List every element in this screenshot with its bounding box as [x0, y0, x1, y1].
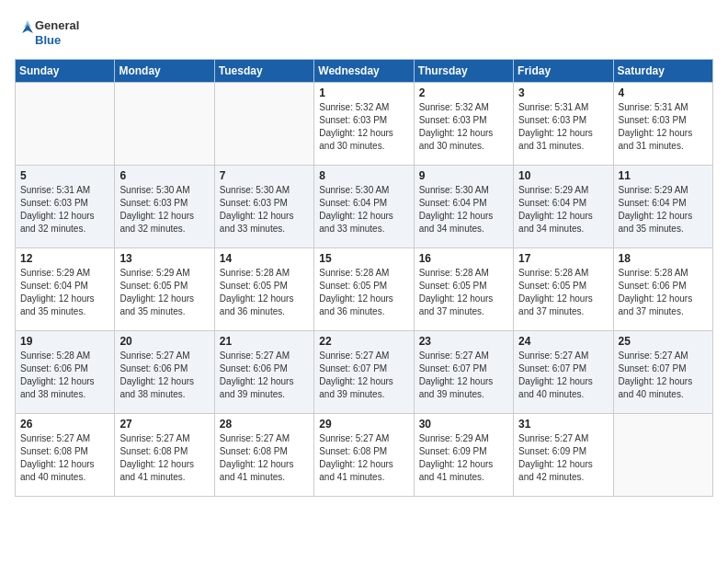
- calendar-cell: 5Sunrise: 5:31 AMSunset: 6:03 PMDaylight…: [16, 166, 115, 248]
- day-info: Sunrise: 5:27 AMSunset: 6:07 PMDaylight:…: [518, 350, 608, 401]
- day-number: 7: [220, 169, 309, 182]
- logo: General Blue: [15, 15, 97, 52]
- calendar-cell: 25Sunrise: 5:27 AMSunset: 6:07 PMDayligh…: [613, 331, 712, 414]
- day-info: Sunrise: 5:32 AMSunset: 6:03 PMDaylight:…: [419, 101, 508, 153]
- header-area: General Blue: [15, 15, 713, 52]
- calendar-cell: 19Sunrise: 5:28 AMSunset: 6:06 PMDayligh…: [16, 331, 115, 414]
- day-info: Sunrise: 5:30 AMSunset: 6:03 PMDaylight:…: [119, 184, 209, 236]
- calendar-week-3: 12Sunrise: 5:29 AMSunset: 6:04 PMDayligh…: [16, 248, 713, 331]
- calendar-cell: 9Sunrise: 5:30 AMSunset: 6:04 PMDaylight…: [414, 166, 513, 248]
- day-number: 1: [319, 86, 408, 99]
- day-number: 6: [119, 169, 209, 182]
- calendar-cell: [16, 83, 115, 166]
- calendar-cell: 27Sunrise: 5:27 AMSunset: 6:08 PMDayligh…: [115, 414, 214, 497]
- calendar-cell: 10Sunrise: 5:29 AMSunset: 6:04 PMDayligh…: [514, 166, 613, 248]
- day-info: Sunrise: 5:30 AMSunset: 6:04 PMDaylight:…: [319, 184, 408, 236]
- calendar-cell: 31Sunrise: 5:27 AMSunset: 6:09 PMDayligh…: [514, 414, 613, 497]
- calendar-table: SundayMondayTuesdayWednesdayThursdayFrid…: [15, 59, 713, 497]
- calendar-cell: [613, 414, 712, 497]
- calendar-week-2: 5Sunrise: 5:31 AMSunset: 6:03 PMDaylight…: [16, 166, 713, 248]
- day-info: Sunrise: 5:31 AMSunset: 6:03 PMDaylight:…: [619, 101, 708, 153]
- calendar-cell: 12Sunrise: 5:29 AMSunset: 6:04 PMDayligh…: [16, 248, 115, 331]
- calendar-cell: 14Sunrise: 5:28 AMSunset: 6:05 PMDayligh…: [214, 248, 313, 331]
- calendar-body: 1Sunrise: 5:32 AMSunset: 6:03 PMDaylight…: [16, 83, 713, 497]
- day-number: 23: [419, 335, 508, 348]
- day-number: 29: [319, 418, 408, 431]
- day-number: 4: [619, 86, 708, 99]
- day-number: 27: [119, 418, 209, 431]
- day-info: Sunrise: 5:27 AMSunset: 6:06 PMDaylight:…: [220, 350, 309, 401]
- day-info: Sunrise: 5:27 AMSunset: 6:07 PMDaylight:…: [619, 350, 708, 401]
- day-number: 30: [419, 418, 508, 431]
- day-number: 3: [518, 86, 608, 99]
- calendar-cell: 23Sunrise: 5:27 AMSunset: 6:07 PMDayligh…: [414, 331, 513, 414]
- day-info: Sunrise: 5:28 AMSunset: 6:06 PMDaylight:…: [619, 267, 708, 318]
- day-number: 26: [20, 418, 109, 431]
- calendar-week-5: 26Sunrise: 5:27 AMSunset: 6:08 PMDayligh…: [16, 414, 713, 497]
- day-info: Sunrise: 5:29 AMSunset: 6:04 PMDaylight:…: [619, 184, 708, 236]
- day-number: 8: [319, 169, 408, 182]
- day-info: Sunrise: 5:27 AMSunset: 6:07 PMDaylight:…: [319, 350, 408, 401]
- day-info: Sunrise: 5:27 AMSunset: 6:08 PMDaylight:…: [119, 432, 209, 484]
- day-info: Sunrise: 5:27 AMSunset: 6:07 PMDaylight:…: [419, 350, 508, 401]
- day-info: Sunrise: 5:29 AMSunset: 6:04 PMDaylight:…: [20, 267, 109, 318]
- day-info: Sunrise: 5:28 AMSunset: 6:06 PMDaylight:…: [20, 350, 109, 401]
- weekday-header-thursday: Thursday: [414, 60, 513, 83]
- day-number: 20: [119, 335, 209, 348]
- day-info: Sunrise: 5:27 AMSunset: 6:08 PMDaylight:…: [319, 432, 408, 484]
- day-number: 24: [518, 335, 608, 348]
- calendar-cell: [115, 83, 214, 166]
- calendar-cell: 2Sunrise: 5:32 AMSunset: 6:03 PMDaylight…: [414, 83, 513, 166]
- calendar-cell: 28Sunrise: 5:27 AMSunset: 6:08 PMDayligh…: [214, 414, 313, 497]
- calendar-cell: 18Sunrise: 5:28 AMSunset: 6:06 PMDayligh…: [613, 248, 712, 331]
- day-number: 22: [319, 335, 408, 348]
- calendar-cell: 11Sunrise: 5:29 AMSunset: 6:04 PMDayligh…: [613, 166, 712, 248]
- day-number: 13: [119, 252, 209, 265]
- day-info: Sunrise: 5:32 AMSunset: 6:03 PMDaylight:…: [319, 101, 408, 153]
- weekday-header-row: SundayMondayTuesdayWednesdayThursdayFrid…: [16, 60, 713, 83]
- day-number: 31: [518, 418, 608, 431]
- day-number: 12: [20, 252, 109, 265]
- day-info: Sunrise: 5:28 AMSunset: 6:05 PMDaylight:…: [518, 267, 608, 318]
- calendar-week-4: 19Sunrise: 5:28 AMSunset: 6:06 PMDayligh…: [16, 331, 713, 414]
- logo-svg: General Blue: [15, 15, 97, 52]
- day-number: 17: [518, 252, 608, 265]
- svg-text:General: General: [35, 18, 79, 32]
- day-number: 28: [220, 418, 309, 431]
- day-info: Sunrise: 5:30 AMSunset: 6:04 PMDaylight:…: [419, 184, 508, 236]
- day-number: 16: [419, 252, 508, 265]
- day-number: 10: [518, 169, 608, 182]
- day-info: Sunrise: 5:28 AMSunset: 6:05 PMDaylight:…: [220, 267, 309, 318]
- calendar-cell: 22Sunrise: 5:27 AMSunset: 6:07 PMDayligh…: [314, 331, 414, 414]
- day-number: 11: [619, 169, 708, 182]
- calendar-cell: 26Sunrise: 5:27 AMSunset: 6:08 PMDayligh…: [16, 414, 115, 497]
- day-info: Sunrise: 5:27 AMSunset: 6:08 PMDaylight:…: [220, 432, 309, 484]
- weekday-header-monday: Monday: [115, 60, 214, 83]
- calendar-cell: 15Sunrise: 5:28 AMSunset: 6:05 PMDayligh…: [314, 248, 414, 331]
- weekday-header-sunday: Sunday: [16, 60, 115, 83]
- day-info: Sunrise: 5:31 AMSunset: 6:03 PMDaylight:…: [20, 184, 109, 236]
- weekday-header-friday: Friday: [514, 60, 613, 83]
- day-number: 5: [20, 169, 109, 182]
- svg-text:Blue: Blue: [35, 33, 61, 47]
- day-info: Sunrise: 5:27 AMSunset: 6:08 PMDaylight:…: [20, 432, 109, 484]
- day-number: 25: [619, 335, 708, 348]
- day-info: Sunrise: 5:27 AMSunset: 6:09 PMDaylight:…: [518, 432, 608, 484]
- weekday-header-saturday: Saturday: [613, 60, 712, 83]
- calendar-week-1: 1Sunrise: 5:32 AMSunset: 6:03 PMDaylight…: [16, 83, 713, 166]
- calendar-cell: 3Sunrise: 5:31 AMSunset: 6:03 PMDaylight…: [514, 83, 613, 166]
- day-number: 2: [419, 86, 508, 99]
- calendar-cell: 13Sunrise: 5:29 AMSunset: 6:05 PMDayligh…: [115, 248, 214, 331]
- day-number: 14: [220, 252, 309, 265]
- day-number: 9: [419, 169, 508, 182]
- day-number: 15: [319, 252, 408, 265]
- calendar-cell: 6Sunrise: 5:30 AMSunset: 6:03 PMDaylight…: [115, 166, 214, 248]
- day-info: Sunrise: 5:30 AMSunset: 6:03 PMDaylight:…: [220, 184, 309, 236]
- day-info: Sunrise: 5:29 AMSunset: 6:09 PMDaylight:…: [419, 432, 508, 484]
- calendar-cell: 30Sunrise: 5:29 AMSunset: 6:09 PMDayligh…: [414, 414, 513, 497]
- calendar-cell: 21Sunrise: 5:27 AMSunset: 6:06 PMDayligh…: [214, 331, 313, 414]
- weekday-header-tuesday: Tuesday: [214, 60, 313, 83]
- day-number: 21: [220, 335, 309, 348]
- day-info: Sunrise: 5:27 AMSunset: 6:06 PMDaylight:…: [119, 350, 209, 401]
- weekday-header-wednesday: Wednesday: [314, 60, 414, 83]
